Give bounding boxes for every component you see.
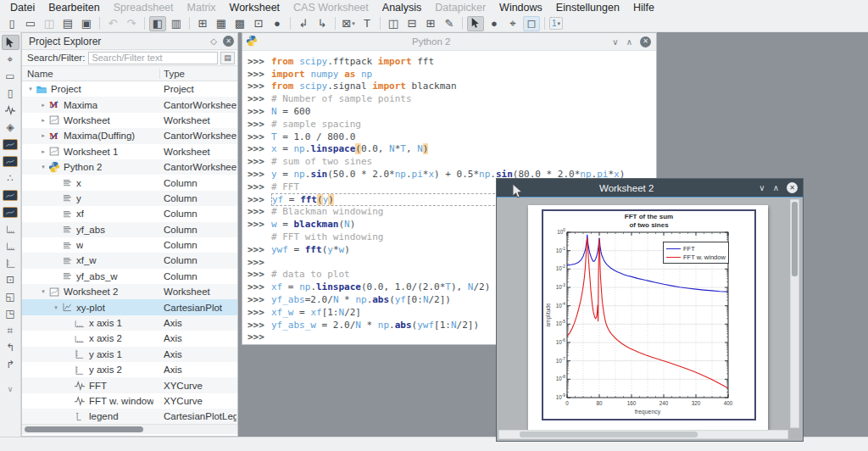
zoom-region-tool-1-icon[interactable]: ◱	[2, 289, 19, 304]
worksheet-vertical-scrollbar[interactable]	[790, 199, 799, 428]
plot-template-4-icon[interactable]	[2, 204, 19, 220]
tree-row-yf-abs[interactable]: yf_absColumn	[22, 222, 237, 237]
print-icon[interactable]: ▤	[59, 16, 76, 31]
new-note-icon[interactable]: ●	[269, 16, 286, 31]
open-folder-icon[interactable]: ▭	[22, 16, 39, 31]
layout-grid-icon[interactable]: ⊞	[422, 16, 439, 31]
expander-icon[interactable]: ▾	[26, 86, 35, 92]
tree-row-worksheet[interactable]: ▸WorksheetWorksheet	[22, 113, 237, 128]
tree-row-xf[interactable]: xfColumn	[22, 206, 237, 221]
console-titlebar[interactable]: Python 2 ∨ ∧ ✕	[242, 33, 656, 50]
expander-icon[interactable]: ▸	[39, 132, 47, 139]
column-header-name[interactable]: Name	[22, 69, 160, 79]
tree-row-project[interactable]: ▾ProjectProject	[22, 81, 237, 97]
edit-mode-icon[interactable]: ✎	[441, 16, 458, 31]
scrollbar-thumb[interactable]	[792, 202, 798, 276]
tree-row-y-axis-1[interactable]: y axis 1Axis	[22, 347, 237, 362]
worksheet-view[interactable]: 10010-110-210-310-410-510-610-710-810-90…	[497, 198, 803, 441]
menu-analysis[interactable]: Analysis	[376, 1, 429, 14]
close-panel-icon[interactable]: ✕	[223, 36, 234, 47]
menu-hilfe[interactable]: Hilfe	[626, 1, 661, 14]
tree-row-maxima-duffing-[interactable]: ▸MMaxima(Duffing)CantorWorksheet	[22, 128, 237, 143]
menu-bearbeiten[interactable]: Bearbeiten	[42, 1, 106, 14]
new-matrix-icon[interactable]: ▩	[231, 16, 248, 31]
export-file-icon[interactable]: ↳	[314, 16, 331, 31]
expander-icon[interactable]: ▸	[39, 102, 47, 109]
tree-row-xf-w[interactable]: xf_wColumn	[22, 253, 237, 268]
new-worksheet-icon[interactable]: ⊡	[250, 16, 267, 31]
scrollbar-thumb[interactable]	[25, 426, 143, 432]
tree-row-y-axis-2[interactable]: y axis 2Axis	[22, 362, 237, 377]
layout-vertical-icon[interactable]: ◫	[385, 16, 402, 31]
axis-corner-tool-icon[interactable]	[2, 221, 19, 237]
cartesian-plot[interactable]: 10010-110-210-310-410-510-610-710-810-90…	[542, 209, 756, 420]
tree-row-x-axis-2[interactable]: x axis 2Axis	[22, 331, 237, 346]
worksheet-horizontal-scrollbar[interactable]	[498, 430, 788, 439]
presenter-mode-icon[interactable]: 1▾	[549, 17, 563, 30]
new-document-icon[interactable]: ▯	[3, 16, 20, 31]
detach-panel-icon[interactable]: ◇	[210, 36, 217, 46]
menu-datei[interactable]: Datei	[3, 1, 42, 14]
close-icon[interactable]: ✕	[787, 182, 798, 193]
xy-curve-tool-icon[interactable]	[2, 103, 19, 118]
grid-select-tool-icon[interactable]: ⌗	[2, 323, 19, 338]
axis-bottom-tool-icon[interactable]	[2, 238, 19, 253]
tree-row-y[interactable]: yColumn	[22, 191, 237, 206]
zoom-region-tool-2-icon[interactable]: ◳	[2, 306, 19, 321]
new-spreadsheet-icon[interactable]: ▦	[213, 16, 230, 31]
zoom-fit-mode-icon[interactable]: ◻	[523, 16, 540, 31]
search-filter-input[interactable]	[88, 52, 218, 64]
new-workbook-icon[interactable]: ⊞	[194, 16, 211, 31]
navigate-mode-icon[interactable]: ●	[486, 16, 503, 31]
toolbar-overflow-chevron-icon[interactable]: ∨	[8, 385, 14, 393]
tree-row-worksheet-1[interactable]: ▸Worksheet 1Worksheet	[22, 144, 237, 159]
maximize-icon[interactable]: ∧	[773, 183, 779, 192]
tree-row-fft[interactable]: FFTXYCurve	[22, 377, 237, 393]
layout-horizontal-icon[interactable]: ⊟	[403, 16, 420, 31]
menu-windows[interactable]: Windows	[492, 1, 549, 14]
filter-options-button[interactable]: ▤	[220, 52, 235, 64]
cursor-arrow-tool-icon[interactable]	[2, 35, 19, 50]
plot-legend[interactable]: FFTFFT w. window	[663, 242, 729, 264]
minimize-icon[interactable]: ∨	[612, 37, 618, 47]
expander-icon[interactable]: ▾	[39, 288, 47, 295]
tree-row-legend[interactable]: legendCartesianPlotLege...	[22, 409, 237, 424]
plot-template-1-icon[interactable]	[2, 136, 19, 152]
expander-icon[interactable]: ▾	[39, 164, 47, 170]
tree-row-maxima[interactable]: ▸MMaximaCantorWorksheet	[22, 97, 237, 112]
new-plot-icon[interactable]: ⊠▾	[340, 16, 357, 31]
move-left-tool-icon[interactable]: ↰	[2, 340, 19, 355]
import-file-icon[interactable]: ↲	[295, 16, 312, 31]
scatter-tool-icon[interactable]: ∴	[2, 170, 19, 186]
menu-worksheet[interactable]: Worksheet	[223, 1, 287, 14]
column-header-type[interactable]: Type	[160, 69, 237, 79]
zoom-select-tool-icon[interactable]: ⌖	[2, 52, 19, 67]
move-right-tool-icon[interactable]: ↱	[2, 357, 19, 372]
close-icon[interactable]: ✕	[640, 36, 651, 47]
worksheet-page[interactable]: 10010-110-210-310-410-510-610-710-810-90…	[528, 205, 768, 430]
resize-h-tool-icon[interactable]: ▭	[2, 69, 19, 84]
text-label-icon[interactable]: T	[359, 16, 376, 31]
zoom-select-mode-icon[interactable]: ⌖	[504, 16, 521, 31]
tree-row-python-2[interactable]: ▾Python 2CantorWorksheet	[22, 159, 237, 175]
expander-icon[interactable]: ▸	[39, 148, 47, 155]
plot-template-3-icon[interactable]	[2, 187, 19, 203]
tree-row-worksheet-2[interactable]: ▾Worksheet 2Worksheet	[22, 284, 237, 299]
rotate-3d-tool-icon[interactable]: ◈	[2, 120, 19, 135]
tree-row-fft-w-window[interactable]: FFT w. windowXYCurve	[22, 393, 237, 409]
resize-v-tool-icon[interactable]: ▯	[2, 86, 19, 101]
zoom-in-tool-icon[interactable]: ⊡	[2, 272, 19, 287]
properties-explorer-toggle-icon[interactable]: ▥	[168, 16, 185, 31]
axis-left-tool-icon[interactable]	[2, 255, 19, 270]
project-explorer-toggle-icon[interactable]: ◧	[149, 16, 166, 31]
plot-template-2-icon[interactable]	[2, 153, 19, 169]
menu-einstellungen[interactable]: Einstellungen	[549, 1, 626, 14]
maximize-icon[interactable]: ∧	[626, 37, 632, 47]
tree-row-w[interactable]: wColumn	[22, 237, 237, 253]
print-preview-icon[interactable]: ▣	[78, 16, 95, 31]
expander-icon[interactable]: ▾	[52, 304, 60, 311]
select-mode-icon[interactable]	[467, 16, 484, 31]
tree-row-x-axis-1[interactable]: x axis 1Axis	[22, 315, 237, 331]
tree-row-yf-abs-w[interactable]: yf_abs_wColumn	[22, 269, 237, 284]
worksheet-titlebar[interactable]: Worksheet 2 ∨ ∧ ✕	[497, 179, 803, 198]
